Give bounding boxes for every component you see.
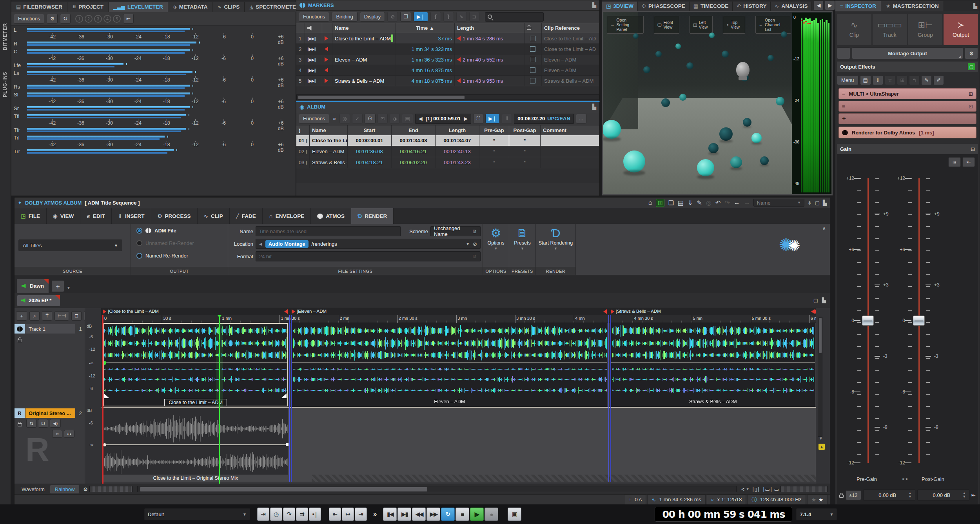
follow-playback-icon[interactable]: ▶❘ bbox=[485, 114, 500, 123]
montage-hscrollbar[interactable] bbox=[137, 486, 737, 492]
gain-range-button[interactable]: ±12 bbox=[846, 490, 861, 500]
ribbon-tab-atmos[interactable]: ATMOS bbox=[311, 208, 351, 224]
output-lock-button[interactable] bbox=[837, 47, 850, 59]
maximize-icon[interactable]: ▢ bbox=[815, 200, 820, 206]
tab-project[interactable]: ⠿PROJECT bbox=[67, 2, 109, 12]
audio-object-sphere[interactable] bbox=[722, 51, 729, 58]
audio-object-sphere[interactable] bbox=[633, 33, 639, 39]
playback-anchor-button[interactable]: ↷ bbox=[283, 508, 295, 521]
report-icon[interactable]: ▤ bbox=[402, 114, 413, 123]
track2-name[interactable]: Original Stereo ... bbox=[25, 408, 75, 418]
play-to-anchor-button[interactable]: ⇥ bbox=[355, 508, 367, 521]
meter-preset-4[interactable]: 4 bbox=[103, 15, 111, 23]
ribbon-tab-render[interactable]: ƊRENDER bbox=[351, 208, 394, 224]
render-presets-button[interactable]: 🗎 Presets▼ bbox=[509, 227, 535, 250]
loop-button[interactable]: ↻ bbox=[441, 508, 455, 521]
audio-object-sphere[interactable] bbox=[760, 156, 769, 165]
clip-start-flag-icon[interactable] bbox=[103, 309, 106, 314]
grid-workspace-icon[interactable]: ⊞ bbox=[656, 199, 664, 207]
ribbon-tab-view[interactable]: ◉VIEW bbox=[47, 208, 80, 224]
zoom-whole-icon[interactable]: ▭ bbox=[774, 486, 779, 492]
quantize-start-icon[interactable]: ❴ bbox=[430, 12, 441, 22]
home-icon[interactable]: ⌂ bbox=[648, 199, 652, 206]
write-cd-icon[interactable]: ◎ bbox=[339, 114, 350, 123]
marker-list-icon[interactable]: ❐ bbox=[400, 12, 411, 22]
clip-label[interactable]: Eleven – ADM bbox=[292, 399, 607, 404]
gain-link-icon[interactable]: ⊶ bbox=[902, 475, 908, 482]
track2-lane[interactable]: Close to the Limit – Original Stereo Mix bbox=[102, 407, 816, 482]
gain-default-icon[interactable]: ⇤ bbox=[971, 492, 976, 498]
3dview-open-setting-panel-button[interactable]: →Open Setting Panel bbox=[607, 16, 644, 34]
montage-vscrollbar[interactable] bbox=[818, 317, 822, 437]
check-album-icon[interactable]: ✓ bbox=[352, 114, 363, 123]
format-edit-icon[interactable]: 🗎 bbox=[472, 254, 477, 259]
gain-lock-icon[interactable] bbox=[839, 495, 844, 498]
transport-more-button[interactable]: » bbox=[373, 510, 377, 518]
montage-output-selector[interactable]: Montage Output ◢ bbox=[852, 47, 963, 59]
album-title-row[interactable]: 02∥Eleven – ADM00:01:36.0800:04:16.2100:… bbox=[296, 146, 599, 157]
play-selection-button[interactable]: ↦ bbox=[342, 508, 354, 521]
inspector-layout-icon[interactable]: ▙ bbox=[971, 1, 980, 11]
audio-object-sphere[interactable] bbox=[623, 150, 645, 172]
copy-chain-icon[interactable]: ⊞ bbox=[897, 75, 907, 85]
output-option-named-re-render[interactable]: Named Re-Render bbox=[136, 253, 188, 259]
playback-cursor[interactable] bbox=[219, 315, 220, 484]
share-icon[interactable]: < bbox=[741, 486, 744, 492]
3d-scene[interactable]: →Open Setting Panel🖵Front View◫Left View… bbox=[602, 11, 833, 195]
audio-object-sphere[interactable] bbox=[776, 97, 784, 105]
status-zoom-factor[interactable]: ⌕x 1: 12518 bbox=[707, 495, 746, 505]
track2-monitor-icon[interactable]: ☊ bbox=[38, 419, 48, 428]
effect-slot-ultrashaper[interactable]: ≡ MULTI > UltraShaper ⊡ bbox=[838, 88, 976, 99]
location-dropdown-icon[interactable]: ▼ bbox=[466, 242, 470, 246]
share-dropdown-icon[interactable]: ▼ bbox=[746, 487, 750, 491]
meter-preset-3[interactable]: 3 bbox=[94, 15, 102, 23]
markers-binding-button[interactable]: Binding bbox=[332, 12, 357, 22]
play-from-anchor-button[interactable]: ⇤ bbox=[329, 508, 341, 521]
ribbon-collapse-icon[interactable]: ∧ bbox=[822, 225, 826, 231]
audio-object-sphere[interactable] bbox=[643, 66, 650, 73]
audio-object-sphere[interactable] bbox=[751, 133, 762, 143]
meter-reset-icon[interactable]: ↻ bbox=[60, 14, 71, 24]
bind-clip-icon[interactable]: ⊐ bbox=[469, 12, 480, 22]
save-icon[interactable]: ⇓ bbox=[688, 199, 693, 207]
inspector-target-track[interactable]: ▭▭▭Track bbox=[873, 14, 907, 45]
marker-lock-checkbox[interactable] bbox=[530, 78, 535, 83]
clip-start-flag-icon[interactable] bbox=[611, 309, 614, 314]
track-split-icon[interactable]: ⊢⊣ bbox=[54, 311, 69, 321]
output-settings-icon[interactable]: ⚙ bbox=[965, 47, 978, 59]
gain-reset-icon[interactable]: ⇤ bbox=[962, 157, 975, 167]
focus-title-icon[interactable]: ⛶ bbox=[473, 114, 483, 124]
fader-handle[interactable] bbox=[862, 315, 874, 326]
location-back-icon[interactable]: ◀ bbox=[259, 242, 262, 246]
output-option-adm-file[interactable]: ADM File bbox=[136, 228, 176, 234]
drag-handle-icon[interactable]: ≡ bbox=[842, 103, 845, 109]
time-ruler[interactable]: 030 s1 mn1 mn 30 s2 mn2 mn 30 s3 mn3 mn … bbox=[102, 315, 816, 323]
montage-tab-dawn[interactable]: Dawn bbox=[17, 279, 49, 293]
ribbon-tab-insert[interactable]: ⇓INSERT bbox=[112, 208, 151, 224]
zoom-selection-icon[interactable]: ❘▯❘ bbox=[751, 486, 760, 492]
output-option-unnamed-re-render[interactable]: Unnamed Re-Render bbox=[136, 240, 194, 246]
audio-object-sphere[interactable] bbox=[686, 62, 693, 69]
favorite-icon[interactable]: ☆ bbox=[885, 75, 896, 85]
marker-row[interactable]: 3∥▶▶∥Eleven – ADM1 mn 36 s 323 ms2 mn 40… bbox=[296, 54, 599, 65]
play-button[interactable]: ▶ bbox=[470, 508, 484, 521]
meter-reset-peaks-icon[interactable]: ⇤ bbox=[123, 14, 134, 24]
favorite-icon[interactable]: ★ bbox=[818, 497, 823, 503]
marker-lane[interactable]: [Close to the Limit – ADM[Eleven – ADM[S… bbox=[102, 308, 816, 315]
playback-speed-button[interactable]: ⇉ bbox=[296, 508, 308, 521]
audio-object-sphere[interactable] bbox=[719, 127, 733, 141]
view-tab-waveform[interactable]: Waveform bbox=[17, 485, 49, 493]
spinner-icons[interactable]: ▲▼ bbox=[962, 491, 966, 499]
next-title-icon[interactable]: ▶ bbox=[464, 116, 468, 121]
cdtext-icon[interactable]: ⊡ bbox=[377, 114, 388, 123]
track2-lock-icon[interactable] bbox=[18, 423, 22, 426]
3dview-top-view-button[interactable]: ⌖Top View bbox=[723, 16, 745, 34]
meter-preset-5[interactable]: 5 bbox=[113, 15, 121, 23]
new-montage-tab-button[interactable]: ＋ bbox=[51, 280, 64, 292]
post-gain-value[interactable]: 0.00 dB bbox=[933, 492, 951, 498]
source-selector[interactable]: All Titles▼ bbox=[18, 239, 122, 251]
scheme-selector[interactable]: Unchanged Name 🗎 bbox=[430, 226, 481, 236]
markers-display-button[interactable]: Display bbox=[360, 12, 385, 22]
meter-preset-1[interactable]: 1 bbox=[75, 15, 83, 23]
track-layout-icon[interactable]: ⊟ bbox=[71, 311, 82, 321]
